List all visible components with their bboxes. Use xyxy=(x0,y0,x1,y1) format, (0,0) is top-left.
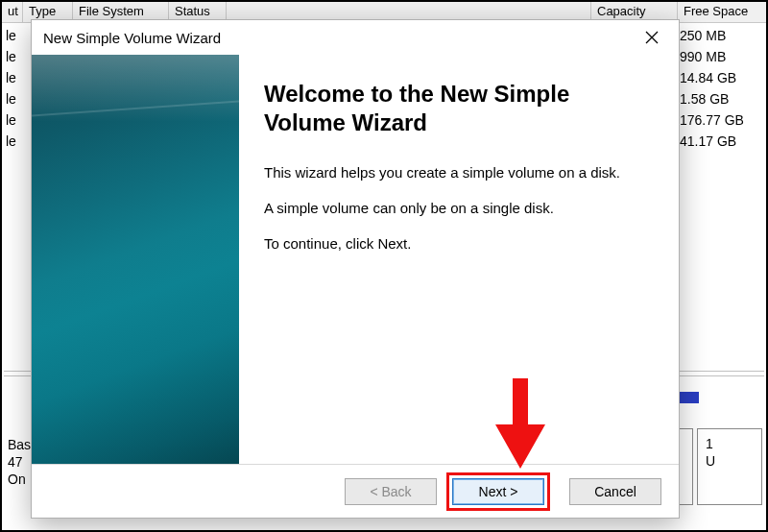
free-space-value: 250 MB xyxy=(676,25,764,46)
list-item[interactable]: le xyxy=(6,109,16,131)
wizard-footer: < Back Next > Cancel xyxy=(32,464,679,518)
col-header-freespace[interactable]: Free Space xyxy=(678,2,766,22)
wizard-paragraph: A simple volume can only be on a single … xyxy=(264,200,656,216)
partition-status: U xyxy=(706,452,754,470)
free-space-value: 1.58 GB xyxy=(676,88,764,109)
dialog-titlebar[interactable]: New Simple Volume Wizard xyxy=(32,20,679,55)
free-space-value: 14.84 GB xyxy=(676,67,764,88)
wizard-side-graphic xyxy=(32,55,239,464)
dialog-title: New Simple Volume Wizard xyxy=(43,30,633,46)
new-simple-volume-wizard-dialog: New Simple Volume Wizard Welcome to the … xyxy=(31,19,680,519)
close-button[interactable] xyxy=(633,24,671,51)
partition-box[interactable]: 1 U xyxy=(697,428,762,505)
col-header-ut[interactable]: ut xyxy=(2,2,23,22)
free-space-value: 41.17 GB xyxy=(676,131,764,152)
annotation-highlight: Next > xyxy=(446,472,550,511)
list-item[interactable]: le xyxy=(6,25,16,46)
free-space-column: 250 MB 990 MB 14.84 GB 1.58 GB 176.77 GB… xyxy=(676,25,764,152)
free-space-value: 990 MB xyxy=(676,46,764,67)
cancel-button[interactable]: Cancel xyxy=(569,478,661,505)
back-button: < Back xyxy=(345,478,437,505)
volume-list-left-fragment: le le le le le le xyxy=(6,25,16,152)
list-item[interactable]: le xyxy=(6,46,16,67)
close-icon xyxy=(645,31,659,44)
list-item[interactable]: le xyxy=(6,88,16,109)
free-space-value: 176.77 GB xyxy=(676,109,764,131)
partition-size: 1 xyxy=(706,435,754,452)
next-button[interactable]: Next > xyxy=(452,478,544,505)
list-item[interactable]: le xyxy=(6,67,16,88)
list-item[interactable]: le xyxy=(6,131,16,152)
wizard-content: Welcome to the New Simple Volume Wizard … xyxy=(239,55,679,464)
wizard-paragraph: This wizard helps you create a simple vo… xyxy=(264,164,656,181)
wizard-paragraph: To continue, click Next. xyxy=(264,235,656,252)
wizard-heading: Welcome to the New Simple Volume Wizard xyxy=(264,80,656,137)
